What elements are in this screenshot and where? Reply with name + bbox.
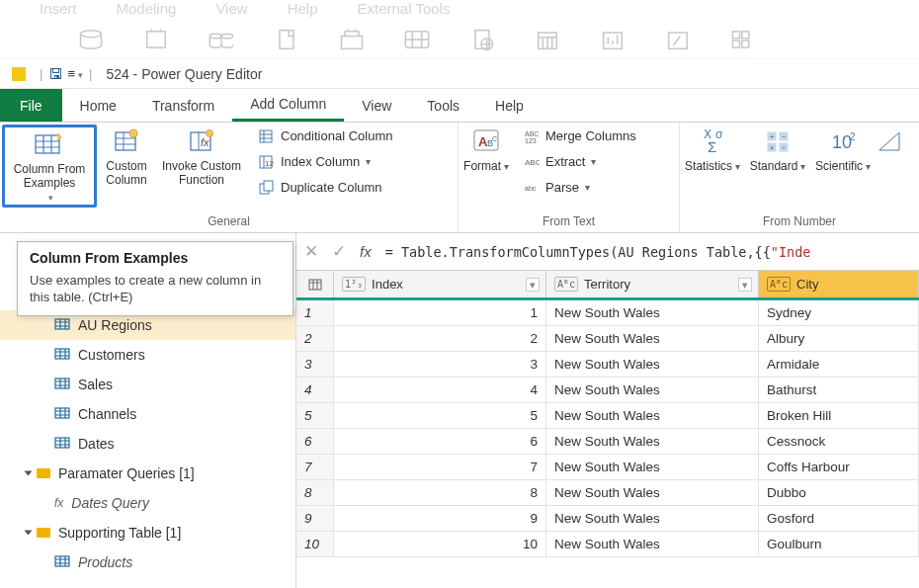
tab-tools[interactable]: Tools [409,89,477,122]
bg-window-menu: Insert Modeling View Help External Tools [0,0,919,20]
cell-city[interactable]: Bathurst [759,378,919,402]
cell-index[interactable]: 5 [334,403,546,428]
cell-territory[interactable]: New South Wales [546,506,759,531]
cell-city[interactable]: Gosford [759,506,919,531]
cell-index[interactable]: 1 [334,300,546,325]
query-item[interactable]: Customers [0,340,295,370]
table-row[interactable]: 99New South WalesGosford [296,506,919,532]
query-item-label: Products [78,554,132,570]
formula-cancel-icon[interactable]: ✕ [304,241,318,262]
invoke-custom-function-button[interactable]: fx Invoke Custom Function [154,123,249,210]
cell-territory[interactable]: New South Wales [546,532,759,556]
scientific-button[interactable]: 102 Scientific [810,123,876,210]
table-options-button[interactable] [296,271,334,297]
column-from-examples-button[interactable]: Column From Examples [2,125,97,208]
custom-column-label: Custom Column [106,159,146,187]
qat-separator: | [89,66,92,81]
cell-index[interactable]: 3 [334,352,546,377]
qat-dropdown[interactable]: ≡ [67,66,83,81]
cell-territory[interactable]: New South Wales [546,429,759,454]
format-button[interactable]: ABC Format [459,123,514,210]
svg-text:Σ: Σ [708,138,716,154]
trig-icon [875,126,906,156]
cell-city[interactable]: Dubbo [759,480,919,505]
app-icon [12,67,26,81]
standard-icon: +−×÷ [762,126,794,156]
table-row[interactable]: 77New South WalesCoffs Harbour [296,455,919,480]
table-row[interactable]: 88New South WalesDubbo [296,480,919,506]
cell-index[interactable]: 2 [334,326,546,351]
svg-text:C: C [492,135,497,142]
statistics-button[interactable]: X̄σΣ Statistics [680,123,745,210]
query-item[interactable]: Sales [0,370,295,399]
cell-city[interactable]: Albury [759,326,919,351]
tab-home[interactable]: Home [62,89,134,122]
table-row[interactable]: 66New South WalesCessnock [296,429,919,455]
query-group[interactable]: Supporting Table [1] [0,518,295,547]
group-from-number-label: From Number [680,211,919,232]
cell-territory[interactable]: New South Wales [546,378,759,402]
cell-city[interactable]: Sydney [759,300,919,325]
cell-territory[interactable]: New South Wales [546,480,759,505]
column-filter-dropdown[interactable]: ▾ [526,278,540,292]
cell-index[interactable]: 4 [334,378,546,402]
cell-territory[interactable]: New South Wales [546,352,759,377]
svg-rect-22 [260,130,272,142]
cell-index[interactable]: 7 [334,455,546,479]
tooltip-body: Use examples to create a new column in t… [30,272,281,305]
table-icon [54,377,70,392]
conditional-column-button[interactable]: Conditional Column [259,126,392,146]
cell-city[interactable]: Armidale [759,352,919,377]
cell-index[interactable]: 9 [334,506,546,531]
data-grid: 1²₃ Index ▾ Aᴮc Territory ▾ Aᴮc City 11N… [296,271,919,588]
cell-index[interactable]: 6 [334,429,546,454]
cell-index[interactable]: 10 [334,532,546,556]
tab-transform[interactable]: Transform [134,89,232,122]
cell-index[interactable]: 8 [334,480,546,505]
query-group[interactable]: Paramater Queries [1] [0,459,295,488]
tab-help[interactable]: Help [477,89,542,122]
svg-text:123: 123 [525,137,537,144]
trig-button[interactable] [876,123,905,210]
duplicate-column-button[interactable]: Duplicate Column [259,178,392,198]
svg-rect-49 [55,349,69,359]
column-header-index[interactable]: 1²₃ Index ▾ [334,271,546,297]
cell-territory[interactable]: New South Wales [546,300,759,325]
formula-accept-icon[interactable]: ✓ [332,241,346,262]
table-row[interactable]: 55New South WalesBroken Hill [296,403,919,429]
save-icon[interactable]: 🖫 [48,65,63,82]
query-item[interactable]: fxDates Query [0,488,295,518]
table-row[interactable]: 11New South WalesSydney [296,300,919,326]
cell-city[interactable]: Cessnock [759,429,919,454]
query-item[interactable]: Channels [0,399,295,429]
parse-button[interactable]: abc Parse [524,178,636,198]
column-header-territory[interactable]: Aᴮc Territory ▾ [546,271,759,297]
merge-columns-button[interactable]: ABC123 Merge Columns [524,126,636,146]
query-item[interactable]: Dates [0,429,295,459]
index-column-button[interactable]: 12 Index Column [259,152,392,172]
custom-column-button[interactable]: Custom Column [99,123,154,210]
standard-button[interactable]: +−×÷ Standard [745,123,810,210]
cell-territory[interactable]: New South Wales [546,326,759,351]
query-item[interactable]: Products [0,547,295,577]
cell-city[interactable]: Broken Hill [759,403,919,428]
table-row[interactable]: 22New South WalesAlbury [296,326,919,352]
table-row[interactable]: 33New South WalesArmidale [296,352,919,378]
cell-city[interactable]: Coffs Harbour [759,455,919,479]
cell-city[interactable]: Goulburn [759,532,919,556]
table-row[interactable]: 1010New South WalesGoulburn [296,532,919,557]
svg-text:−: − [782,133,786,140]
row-number: 8 [296,480,334,505]
formula-text[interactable]: = Table.TransformColumnTypes(AU_Regions_… [385,244,911,260]
fx-icon[interactable]: fx [360,243,372,260]
scientific-label: Scientific [815,159,871,174]
extract-button[interactable]: ABC Extract [524,152,636,172]
column-filter-dropdown[interactable]: ▾ [738,278,752,292]
tab-add-column[interactable]: Add Column [232,89,344,122]
column-header-city[interactable]: Aᴮc City [759,271,919,297]
cell-territory[interactable]: New South Wales [546,403,759,428]
table-row[interactable]: 44New South WalesBathurst [296,378,919,403]
tab-view[interactable]: View [344,89,409,122]
tab-file[interactable]: File [0,89,62,122]
cell-territory[interactable]: New South Wales [546,455,759,479]
